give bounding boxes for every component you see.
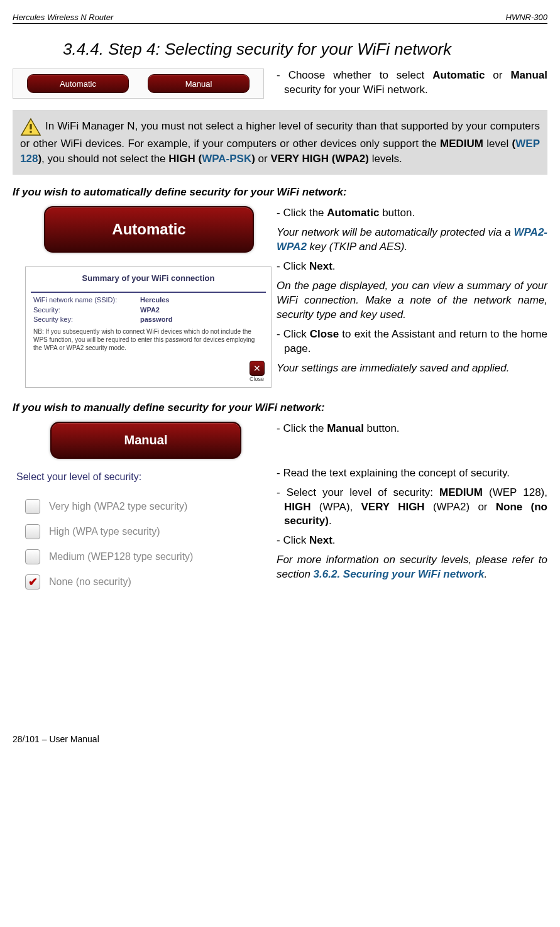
auto-step-2: Your network will be automatically prote… xyxy=(277,226,547,255)
option-label: Very high (WPA2 type security) xyxy=(49,501,187,512)
close-label: Close xyxy=(250,376,265,382)
auto-step-5: - Click Close to exit the Assistant and … xyxy=(277,327,547,356)
close-icon[interactable]: ✕ xyxy=(250,361,265,376)
intro-choose-text: - Choose whether to select Automatic or … xyxy=(277,69,547,97)
security-label: Security: xyxy=(33,305,140,315)
option-none[interactable]: None (no security) xyxy=(25,569,270,595)
wifi-summary-card: Summary of your WiFi connection WiFi net… xyxy=(25,266,272,387)
summary-title: Summary of your WiFi connection xyxy=(26,267,271,287)
auto-step-4: On the page displayed, you can view a su… xyxy=(277,279,547,322)
summary-note: NB: If you subsequently wish to connect … xyxy=(33,327,263,352)
manual-step-4: - Click Next. xyxy=(277,534,547,548)
sub-heading-manual: If you wish to manually define security … xyxy=(13,402,547,414)
auto-step-1: - Click the Automatic button. xyxy=(277,206,547,221)
header-left: Hercules Wireless N Router xyxy=(13,13,113,22)
svg-rect-2 xyxy=(30,131,31,133)
automatic-small-button[interactable]: Automatic xyxy=(27,74,129,93)
section-3-6-2-link: 3.6.2. Securing your WiFi network xyxy=(314,568,485,580)
security-level-label: Select your level of security: xyxy=(13,466,270,494)
section-title: 3.4.4. Step 4: Selecting security for yo… xyxy=(63,40,547,59)
auto-step-6: Your settings are immediately saved and … xyxy=(277,361,547,376)
manual-step-1: - Click the Manual button. xyxy=(277,422,547,436)
auto-manual-bar: Automatic Manual xyxy=(13,69,264,99)
option-very-high[interactable]: Very high (WPA2 type security) xyxy=(25,494,270,519)
option-medium[interactable]: Medium (WEP128 type security) xyxy=(25,544,270,569)
header-right: HWNR-300 xyxy=(506,13,547,22)
checkbox-icon[interactable] xyxy=(25,499,40,514)
ssid-value: Hercules xyxy=(140,295,169,305)
option-high[interactable]: High (WPA type security) xyxy=(25,519,270,544)
checkbox-icon[interactable] xyxy=(25,549,40,564)
option-label: High (WPA type security) xyxy=(49,526,160,537)
manual-big-button[interactable]: Manual xyxy=(50,422,241,459)
auto-step-3: - Click Next. xyxy=(277,260,547,274)
option-label: None (no security) xyxy=(49,576,131,588)
key-label: Security key: xyxy=(33,315,140,324)
manual-step-3: - Select your level of security: MEDIUM … xyxy=(277,486,547,529)
svg-rect-1 xyxy=(30,124,31,129)
automatic-big-button[interactable]: Automatic xyxy=(44,206,254,253)
ssid-label: WiFi network name (SSID): xyxy=(33,295,140,305)
warning-icon xyxy=(20,118,41,136)
tip-box: In WiFi Manager N, you must not select a… xyxy=(13,110,547,175)
checkbox-checked-icon[interactable] xyxy=(25,574,40,590)
manual-step-5: For more information on security levels,… xyxy=(277,553,547,582)
option-label: Medium (WEP128 type security) xyxy=(49,551,193,562)
security-value: WPA2 xyxy=(140,305,160,315)
security-level-panel: Select your level of security: Very high… xyxy=(13,466,270,595)
page-footer: 28/101 – User Manual xyxy=(13,715,547,750)
manual-small-button[interactable]: Manual xyxy=(148,74,250,93)
wpa-psk-link: WPA-PSK xyxy=(202,153,251,165)
sub-heading-auto: If you wish to automatically define secu… xyxy=(13,186,547,199)
manual-step-2: - Read the text explaining the concept o… xyxy=(277,466,547,481)
key-value: password xyxy=(140,315,172,324)
checkbox-icon[interactable] xyxy=(25,524,40,539)
